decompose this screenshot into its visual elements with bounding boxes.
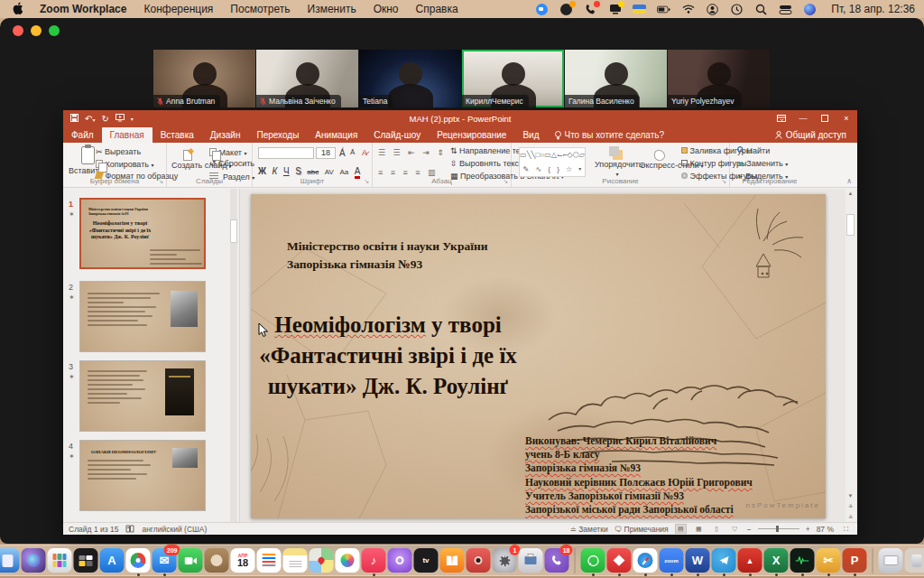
dock-icon-viber[interactable]: 18 [545,548,569,573]
wifi-icon[interactable] [681,3,695,16]
next-slide-icon[interactable]: ≚ [846,514,855,520]
dock-icon-books[interactable] [440,548,465,573]
minimize-window-icon[interactable]: — [792,110,814,126]
dock-icon-unarchiver[interactable]: ✂ [817,548,841,573]
proofing-icon[interactable] [125,525,134,533]
dock-icon-maps[interactable] [310,548,334,573]
notification-app-icon[interactable] [559,3,573,16]
slide-title-text[interactable]: Неоміфологізм у творі «Фантастичні звірі… [253,310,523,402]
find-button[interactable]: Найти [737,146,770,155]
participant-tile[interactable]: Tetiana [359,50,461,107]
dock-icon-chrome[interactable] [126,548,151,573]
zoom-traffic-button[interactable] [49,25,60,36]
dock-icon-photos[interactable] [336,548,360,573]
dock-icon-powerpoint[interactable]: P [843,548,867,573]
fit-to-window-icon[interactable]: ⛶ [840,524,852,534]
slide-counter[interactable]: Слайд 1 из 15 [69,525,118,534]
participant-tile[interactable]: Anna Brutman [153,50,255,107]
layout-button[interactable]: Макет ▾ [209,147,247,157]
dock-icon-music[interactable]: ♪ [362,548,386,573]
tab-home[interactable]: Главная [102,127,152,143]
dock-icon-reminders[interactable] [257,548,282,573]
slide-thumbnail-3[interactable] [79,360,206,432]
normal-view-button[interactable]: ▤ [675,524,687,534]
spotlight-search-icon[interactable] [754,3,768,16]
dock-icon-mail[interactable]: ✉209 [152,548,177,573]
menu-view[interactable]: Посмотреть [230,3,290,15]
notes-button[interactable]: ≐ Заметки [570,525,608,534]
dock-icon-apple-tv[interactable]: tv [414,548,439,573]
dock-icon-telegram[interactable] [712,548,736,573]
italic-button[interactable]: К [273,166,278,176]
slide-sorter-view-button[interactable]: ▦ [693,524,705,534]
user-account-icon[interactable] [706,3,719,16]
shapes-gallery[interactable]: ▭╲╲□○▭ △⌙⌐◇⬡▱ ✎∿{}☆▾ [519,147,586,177]
close-window-icon[interactable]: × [836,110,857,126]
dock-icon-notes[interactable] [283,548,308,573]
dock-icon-safari[interactable] [633,548,658,573]
participant-tile[interactable]: Галина Василенко [565,50,667,107]
dock-icon-podcasts[interactable] [388,548,412,573]
battery-icon[interactable] [657,3,670,16]
save-icon[interactable] [70,114,79,124]
reading-view-button[interactable]: ▯ [711,524,723,534]
shrink-font-button[interactable]: А̌ [350,148,355,156]
new-slide-button[interactable]: Создать слайд ▾ [171,148,204,170]
participant-tile[interactable]: Мальвіна Заіченко [256,50,358,107]
bold-button[interactable]: Ж [258,166,266,176]
tell-me-box[interactable]: Что вы хотите сделать? [547,127,672,143]
dock-icon-finder[interactable] [0,548,20,573]
dock-icon-excel[interactable]: X [764,548,789,573]
menu-conference[interactable]: Конференция [143,3,213,15]
slide-thumbnail-2[interactable] [79,281,206,352]
scrollbar-thumb[interactable] [846,214,855,236]
change-case-button[interactable]: Аа [339,168,348,176]
display-status-icon[interactable] [608,3,622,16]
participant-tile-active-speaker[interactable]: КириллЧемерис [462,50,564,107]
redo-icon[interactable]: ↻ [101,114,108,124]
collapse-ribbon-icon[interactable]: ∧ [846,177,852,185]
drawing-dialog-launcher-icon[interactable]: ↘ [721,178,726,185]
stage-manager-icon[interactable] [779,3,792,16]
tab-transitions[interactable]: Переходы [248,127,307,143]
dock-icon-acrobat[interactable]: ▲ [738,548,762,573]
dock-icon-mission-control[interactable] [74,548,98,573]
cut-button[interactable]: ✂ Вырезать [96,147,141,156]
undo-icon[interactable]: ↶▾ [85,114,95,124]
paragraph-dialog-launcher-icon[interactable]: ↘ [503,178,508,185]
zoom-slider-knob[interactable] [776,526,779,532]
dock-icon-calendar[interactable]: АПР18 [231,548,255,573]
menu-help[interactable]: Справка [416,3,458,15]
scroll-up-icon[interactable]: ▲ [846,191,855,196]
slide-header-text[interactable]: Міністерство освіти і науки України Запо… [287,238,487,274]
slide-1-editing-surface[interactable]: Міністерство освіти і науки України Запо… [251,194,826,518]
dock-icon-contacts[interactable] [205,548,229,573]
slideshow-view-button[interactable]: ⛉ [729,524,741,534]
apple-menu-icon[interactable] [13,2,23,17]
slide-credits-text[interactable]: Виконував: Чемерис Кирил Віталійович уче… [525,434,753,517]
dock-icon-zoom[interactable]: zoom [660,548,684,573]
dock-icon-printer[interactable] [519,548,543,573]
scroll-down-icon[interactable]: ▼ [846,493,855,499]
dock-icon-minimized-window[interactable] [879,548,903,573]
language-indicator[interactable]: английский (США) [142,525,207,534]
reset-button[interactable]: ↺ Сбросить [209,159,254,168]
participant-tile[interactable]: Yuriy Polyezhayev [668,50,770,107]
dock-icon-word[interactable]: W [686,548,710,573]
dock-icon-settings[interactable]: 1 [493,548,517,573]
start-slideshow-icon[interactable] [116,114,125,124]
character-spacing-button[interactable]: AV [325,168,334,176]
share-button[interactable]: Общий доступ [764,127,857,143]
arrange-button[interactable]: Упорядочить▾ [595,148,640,178]
menu-window[interactable]: Окно [374,3,399,15]
text-shadow-button[interactable]: S [295,166,301,176]
strikethrough-button[interactable]: abc [307,168,319,176]
dock-icon-photo-booth[interactable] [467,548,491,573]
clear-formatting-button[interactable]: А̷ [362,148,367,157]
previous-slide-icon[interactable]: ≛ [846,503,855,509]
close-traffic-button[interactable] [13,25,23,36]
dock-icon-whatsapp[interactable] [581,548,605,573]
ribbon-display-options-icon[interactable] [771,110,792,126]
dock-icon-siri[interactable] [22,548,46,573]
tab-review[interactable]: Рецензирование [429,127,514,143]
